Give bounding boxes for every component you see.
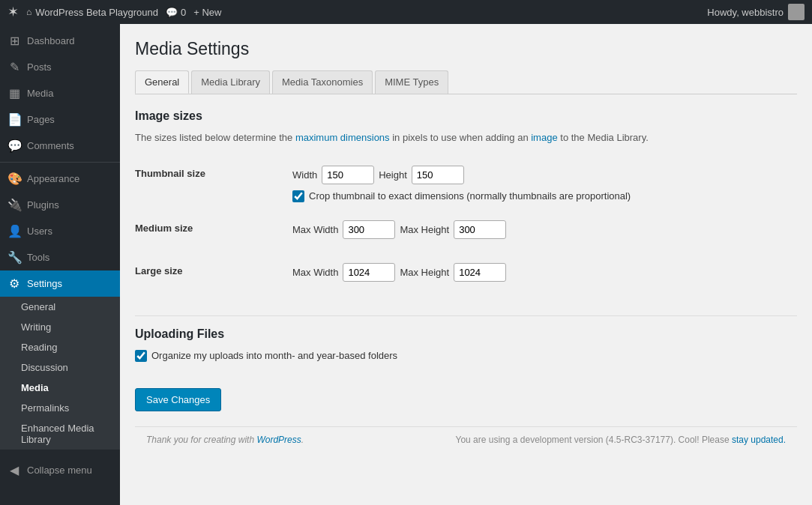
new-label: + New bbox=[193, 7, 221, 18]
large-fields: Max Width Max Height bbox=[292, 254, 797, 297]
thumbnail-width-input[interactable] bbox=[322, 166, 374, 184]
admin-user-area: Howdy, webbistro bbox=[707, 4, 805, 20]
uploading-section: Uploading Files Organize my uploads into… bbox=[135, 327, 797, 362]
thumbnail-height-input[interactable] bbox=[412, 166, 464, 184]
max-dimensions-link[interactable]: maximum dimensions bbox=[295, 132, 390, 143]
thumbnail-row: Thumbnail size Width Height Crop thumbna… bbox=[135, 157, 797, 211]
main-content: Media Settings General Media Library Med… bbox=[120, 24, 812, 505]
thumbnail-label: Thumbnail size bbox=[135, 157, 292, 211]
save-changes-button[interactable]: Save Changes bbox=[135, 388, 221, 411]
comments-icon: 💬 bbox=[7, 139, 21, 153]
users-icon: 👤 bbox=[7, 224, 21, 238]
tab-media-taxonomies[interactable]: Media Taxonomies bbox=[272, 70, 373, 94]
howdy-text: Howdy, webbistro bbox=[707, 7, 784, 18]
tab-general[interactable]: General bbox=[135, 70, 189, 94]
image-link[interactable]: image bbox=[531, 132, 557, 143]
admin-comments-link[interactable]: 💬 0 bbox=[166, 7, 186, 18]
footer-left-text: Thank you for creating with WordPress. bbox=[146, 435, 304, 445]
pages-icon: 📄 bbox=[7, 112, 21, 127]
image-sizes-table: Thumbnail size Width Height Crop thumbna… bbox=[135, 157, 797, 297]
sidebar-item-tools[interactable]: 🔧 Tools bbox=[0, 244, 120, 270]
large-label: Large size bbox=[135, 254, 292, 297]
sidebar-item-appearance[interactable]: 🎨 Appearance bbox=[0, 166, 120, 192]
comment-icon: 💬 bbox=[166, 7, 178, 18]
submenu-writing[interactable]: Writing bbox=[0, 317, 120, 337]
medium-max-width-input[interactable] bbox=[343, 220, 395, 239]
sidebar-item-posts[interactable]: ✎ Posts bbox=[0, 54, 120, 80]
submit-area: Save Changes bbox=[135, 381, 797, 411]
collapse-menu-button[interactable]: ◀ Collapse menu bbox=[0, 457, 120, 483]
submenu-reading[interactable]: Reading bbox=[0, 337, 120, 357]
comments-count: 0 bbox=[181, 7, 186, 18]
nav-tabs: General Media Library Media Taxonomies M… bbox=[135, 70, 797, 94]
medium-label: Medium size bbox=[135, 211, 292, 254]
crop-thumbnail-label: Crop thumbnail to exact dimensions (norm… bbox=[309, 190, 631, 202]
tools-icon: 🔧 bbox=[7, 250, 21, 264]
large-row: Large size Max Width Max Height bbox=[135, 254, 797, 297]
admin-menu: ⊞ Dashboard ✎ Posts ▦ Media 📄 Pages 💬 Co… bbox=[0, 24, 120, 505]
settings-submenu: General Writing Reading Discussion Media… bbox=[0, 297, 120, 450]
submenu-enhanced-media[interactable]: Enhanced Media Library bbox=[0, 418, 120, 450]
wp-link[interactable]: WordPress bbox=[256, 435, 301, 445]
thumbnail-height-label: Height bbox=[379, 169, 407, 181]
thumbnail-fields: Width Height Crop thumbnail to exact dim… bbox=[292, 157, 797, 211]
organize-uploads-checkbox[interactable] bbox=[135, 350, 147, 362]
sidebar-item-settings[interactable]: ⚙ Settings bbox=[0, 270, 120, 297]
appearance-icon: 🎨 bbox=[7, 172, 21, 186]
admin-bar: ✶ ⌂ WordPress Beta Playground 💬 0 + New … bbox=[0, 0, 812, 24]
image-sizes-section: Image sizes The sizes listed below deter… bbox=[135, 109, 797, 297]
stay-updated-link[interactable]: stay updated. bbox=[732, 435, 786, 445]
large-max-width-label: Max Width bbox=[292, 267, 338, 278]
sidebar-item-comments[interactable]: 💬 Comments bbox=[0, 133, 120, 159]
thumbnail-width-label: Width bbox=[292, 169, 317, 181]
large-max-width-input[interactable] bbox=[343, 263, 395, 282]
submenu-discussion[interactable]: Discussion bbox=[0, 357, 120, 378]
settings-icon: ⚙ bbox=[7, 276, 21, 291]
sidebar-item-pages[interactable]: 📄 Pages bbox=[0, 106, 120, 133]
page-title: Media Settings bbox=[135, 39, 797, 59]
medium-fields: Max Width Max Height bbox=[292, 211, 797, 254]
section-separator bbox=[135, 315, 797, 316]
admin-site-link[interactable]: ⌂ WordPress Beta Playground bbox=[26, 7, 158, 18]
site-name: WordPress Beta Playground bbox=[35, 7, 158, 18]
tab-mime-types[interactable]: MIME Types bbox=[375, 70, 448, 94]
posts-icon: ✎ bbox=[7, 60, 21, 74]
footer-right-text: You are using a development version (4.5… bbox=[456, 435, 787, 445]
sidebar-item-users[interactable]: 👤 Users bbox=[0, 218, 120, 244]
uploading-heading: Uploading Files bbox=[135, 327, 797, 341]
plugins-icon: 🔌 bbox=[7, 198, 21, 212]
medium-max-height-label: Max Height bbox=[400, 224, 449, 235]
image-sizes-heading: Image sizes bbox=[135, 109, 797, 123]
avatar[interactable] bbox=[788, 4, 805, 20]
wp-logo-icon[interactable]: ✶ bbox=[7, 4, 19, 20]
crop-thumbnail-checkbox[interactable] bbox=[292, 190, 304, 202]
sidebar-item-plugins[interactable]: 🔌 Plugins bbox=[0, 192, 120, 218]
collapse-icon: ◀ bbox=[7, 463, 21, 477]
large-max-height-label: Max Height bbox=[400, 267, 449, 278]
medium-row: Medium size Max Width Max Height bbox=[135, 211, 797, 254]
home-icon: ⌂ bbox=[26, 7, 31, 17]
submenu-general[interactable]: General bbox=[0, 297, 120, 317]
footer-right: You are using a development version (4.5… bbox=[456, 435, 787, 445]
media-icon: ▦ bbox=[7, 86, 21, 100]
dashboard-icon: ⊞ bbox=[7, 34, 21, 48]
organize-uploads-label: Organize my uploads into month- and year… bbox=[151, 350, 397, 361]
footer-left: Thank you for creating with WordPress. bbox=[146, 435, 304, 445]
large-max-height-input[interactable] bbox=[454, 263, 506, 282]
sidebar-item-media[interactable]: ▦ Media bbox=[0, 80, 120, 106]
submenu-media[interactable]: Media bbox=[0, 378, 120, 398]
menu-separator-1 bbox=[0, 162, 120, 163]
medium-max-width-label: Max Width bbox=[292, 224, 338, 235]
image-sizes-desc: The sizes listed below determine the max… bbox=[135, 130, 797, 145]
submenu-permalinks[interactable]: Permalinks bbox=[0, 398, 120, 418]
admin-new-link[interactable]: + New bbox=[193, 7, 221, 18]
medium-max-height-input[interactable] bbox=[454, 220, 506, 239]
tab-media-library[interactable]: Media Library bbox=[191, 70, 270, 94]
sidebar-item-dashboard[interactable]: ⊞ Dashboard bbox=[0, 28, 120, 54]
page-footer: Thank you for creating with WordPress. Y… bbox=[135, 426, 797, 453]
